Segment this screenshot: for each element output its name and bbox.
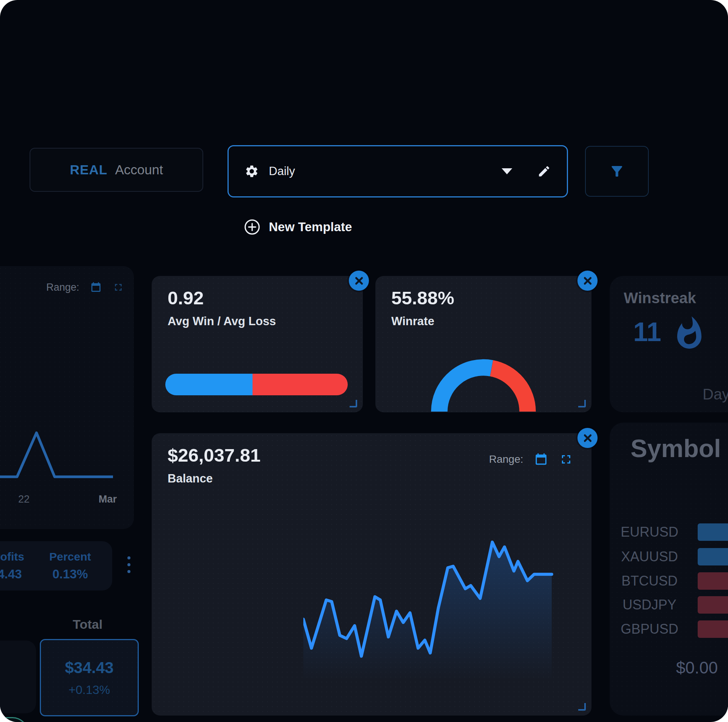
account-type-real-label: REAL [70,162,107,177]
resize-handle[interactable] [350,400,357,407]
edit-template-icon[interactable] [537,164,551,178]
symbol-net-bar [698,596,728,614]
calendar-icon[interactable] [90,281,102,293]
balance-card: $26,037.81 Balance Range: [152,433,592,716]
symbol-net-bar [698,572,728,590]
adjacent-card-edge [0,641,36,713]
symbol-label: USDJPY [613,597,686,613]
total-change: +0.13% [69,683,110,697]
plus-circle-icon [244,219,260,235]
symbol-row: EURUSD [610,524,728,543]
new-template-label: New Template [269,220,352,234]
percent-column: Percent 0.13% [49,550,91,581]
avg-win-loss-value: 0.92 [168,287,204,309]
flame-icon [671,315,708,352]
kebab-menu-icon[interactable] [125,554,133,575]
win-bar-segment [165,374,253,395]
total-heading: Total [38,617,137,632]
symbol-label: BTCUSD [613,573,686,589]
filter-button[interactable] [585,146,649,197]
range-label: Range: [489,453,523,465]
balance-line-chart [303,520,573,680]
symbol-net-bar [698,523,728,541]
symbol-card-title: Symbol Net [631,434,728,463]
range-row: Range: [46,281,124,293]
profits-value: 34.43 [0,567,24,581]
winstreak-unit: Days [703,386,728,403]
avg-win-loss-label: Avg Win / Avg Loss [168,315,276,328]
profits-column: Profits 34.43 [0,550,24,581]
close-card-button[interactable] [577,428,598,448]
account-type-account-label: Account [115,162,163,177]
symbol-label: XAUUSD [613,549,686,565]
adjacent-card-corner [0,717,28,722]
template-select-dropdown[interactable]: Daily [228,145,568,197]
balance-label: Balance [168,472,213,486]
percent-label: Percent [49,550,91,563]
symbol-net-card: Symbol Net EURUSD XAUUSD BTCUSD USDJPY G… [610,423,728,716]
loss-bar-segment [253,374,348,395]
close-card-button[interactable] [349,271,369,291]
winrate-label: Winrate [391,315,434,328]
symbol-net-bar [698,548,728,565]
winrate-value: 55.88% [391,287,454,309]
close-card-button[interactable] [577,271,598,291]
symbol-net-bar [698,620,728,638]
symbol-row: BTCUSD [610,573,728,592]
profits-label: Profits [0,550,24,563]
x-axis-label-start: 22 [18,493,30,505]
winstreak-title: Winstreak [624,290,696,307]
funnel-icon [609,163,625,179]
symbol-row: USDJPY [610,597,728,616]
account-type-toggle[interactable]: REAL Account [30,148,203,192]
winrate-card: 55.88% Winrate [375,276,592,412]
symbol-net-total: $0.00 [676,658,718,677]
win-loss-ratio-bar [165,374,348,395]
symbol-row: GBPUSD [610,621,728,640]
range-label: Range: [46,282,79,293]
symbol-row: XAUUSD [610,549,728,568]
total-card: $34.43 +0.13% [40,639,139,716]
profit-spark-card: Range: 22 Mar [0,266,134,529]
profits-percent-panel: Profits 34.43 Percent 0.13% [0,541,112,590]
profit-sparkline-chart [0,428,113,478]
fullscreen-icon[interactable] [113,282,124,293]
symbol-label: EURUSD [613,524,686,540]
percent-value: 0.13% [49,567,91,581]
x-axis-label-end: Mar [99,493,117,505]
calendar-icon[interactable] [534,452,548,467]
winstreak-value: 11 [633,317,661,347]
gear-icon [245,164,259,179]
balance-value: $26,037.81 [168,445,260,466]
winstreak-card: Winstreak 11 Days [610,276,728,412]
range-row: Range: [489,452,573,467]
chevron-down-icon [502,168,512,174]
avg-win-loss-card: 0.92 Avg Win / Avg Loss [152,276,363,412]
fullscreen-icon[interactable] [559,452,573,467]
resize-handle[interactable] [578,400,586,407]
symbol-label: GBPUSD [613,621,686,637]
resize-handle[interactable] [578,703,586,711]
winrate-gauge-chart [427,356,540,412]
dashboard-root: REAL Account Daily New Template Range: [0,0,728,722]
new-template-button[interactable]: New Template [244,215,352,240]
template-select-value: Daily [269,164,295,178]
total-value: $34.43 [65,659,113,677]
